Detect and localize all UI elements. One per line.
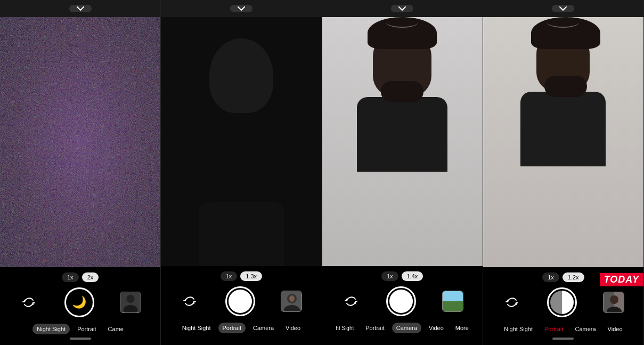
body-shape-4: [520, 92, 606, 166]
chevron-pill-4[interactable]: [552, 5, 574, 12]
shutter-inner-2: [229, 290, 252, 313]
shutter-row-1: 🌙: [4, 287, 156, 317]
zoom-1x-btn-4[interactable]: 1x: [542, 272, 559, 282]
mode-night-sight-3[interactable]: ht Sight: [331, 323, 358, 333]
rotate-btn-1[interactable]: [19, 293, 38, 312]
rotate-btn-4[interactable]: [502, 293, 521, 312]
mode-portrait-3[interactable]: Portrait: [361, 323, 388, 333]
thumbnail-2[interactable]: [281, 291, 302, 312]
zoom-1x-btn[interactable]: 1x: [62, 272, 79, 282]
zoom-13x-btn-2[interactable]: 1.3x: [240, 271, 262, 281]
rotate-camera-icon-2: [183, 295, 196, 308]
mode-camera-1[interactable]: Came: [104, 324, 128, 334]
mode-camera-3[interactable]: Camera: [392, 323, 421, 333]
head-shape-3: [373, 28, 431, 97]
rotate-camera-icon-4: [506, 296, 518, 309]
modes-row-4: Night Sight Portrait Camera Video: [487, 324, 639, 334]
modes-row-1: Night Sight Portrait Came: [4, 324, 156, 334]
svg-point-9: [610, 295, 618, 304]
camera-view-1: [0, 17, 160, 267]
shutter-row-2: [165, 286, 317, 316]
head-shape-4: [536, 28, 590, 92]
chevron-pill-2[interactable]: [230, 5, 252, 12]
chevron-pill-3[interactable]: [391, 5, 413, 12]
home-indicator-1: [70, 338, 91, 340]
camera-view-3: [322, 17, 483, 266]
necklace-3: [386, 17, 418, 28]
bottom-controls-3: 1x 1.4x ht Sight Portrait Camera: [322, 266, 483, 345]
mode-night-sight-2[interactable]: Night Sight: [178, 323, 215, 333]
mode-night-sight-1[interactable]: Night Sight: [32, 324, 70, 334]
thumb-content-3: [443, 291, 463, 311]
top-bar-2: [161, 0, 321, 17]
zoom-2x-btn[interactable]: 2x: [82, 272, 99, 282]
mode-camera-4[interactable]: Camera: [570, 324, 600, 334]
rotate-camera-icon-3: [345, 295, 357, 308]
modes-row-3: ht Sight Portrait Camera Video More: [327, 323, 478, 333]
portrait-figure-3: [322, 17, 483, 266]
shutter-inner-3: [389, 290, 413, 313]
thumb-person-svg-4: [604, 292, 624, 313]
thumb-person-svg-2: [281, 291, 302, 312]
chevron-down-icon-2: [238, 6, 245, 11]
shutter-btn-2[interactable]: [225, 286, 255, 316]
thumb-content-1: [120, 292, 141, 312]
shutter-btn-3[interactable]: [386, 286, 416, 316]
phone-panel-2: 1x 1.3x: [161, 0, 322, 345]
necklace-4: [547, 17, 579, 28]
camera-view-2: [161, 17, 321, 266]
top-bar-1: [0, 0, 160, 17]
rotate-btn-2[interactable]: [180, 292, 199, 311]
thumbnail-3[interactable]: [442, 291, 463, 312]
zoom-12x-btn-4[interactable]: 1.2x: [563, 272, 584, 282]
chevron-pill-1[interactable]: [69, 5, 92, 12]
phone-panel-3: 1x 1.4x ht Sight Portrait Camera: [322, 0, 483, 345]
beard-3: [381, 81, 423, 102]
rotate-btn-3[interactable]: [341, 292, 361, 311]
dark-body: [199, 202, 284, 266]
thumbnail-1[interactable]: [120, 292, 141, 313]
top-bar-4: [483, 0, 643, 17]
bottom-controls-1: 1x 2x 🌙: [0, 267, 160, 345]
mode-video-4[interactable]: Video: [604, 324, 627, 334]
chevron-down-icon-3: [398, 6, 406, 11]
portrait-figure-4: [483, 17, 643, 267]
mode-portrait-4[interactable]: Portrait: [540, 324, 567, 334]
spacer-2: [165, 336, 317, 342]
svg-point-6: [289, 295, 295, 302]
zoom-1x-btn-2[interactable]: 1x: [221, 271, 238, 281]
moon-icon: 🌙: [72, 295, 86, 309]
phone-panel-4: TODAY 1x 1.2x: [483, 0, 644, 345]
zoom-row-2: 1x 1.3x: [165, 271, 317, 281]
mode-camera-2[interactable]: Camera: [249, 323, 278, 333]
mode-video-2[interactable]: Video: [281, 323, 305, 333]
beard-4: [544, 76, 587, 97]
modes-row-2: Night Sight Portrait Camera Video: [165, 323, 317, 333]
rotate-camera-icon: [22, 296, 35, 309]
bottom-controls-2: 1x 1.3x: [161, 266, 321, 345]
home-indicator-4: [552, 338, 574, 340]
spacer-3: [327, 336, 478, 342]
svg-point-1: [126, 295, 134, 303]
zoom-1x-btn-3[interactable]: 1x: [381, 271, 398, 281]
zoom-row-1: 1x 2x: [4, 272, 156, 282]
camera-view-4: [483, 17, 643, 267]
shutter-inner-1: 🌙: [68, 291, 91, 314]
shutter-row-3: [327, 286, 478, 316]
mode-night-sight-4[interactable]: Night Sight: [500, 324, 537, 334]
top-bar-3: [322, 0, 483, 17]
mode-portrait-1[interactable]: Portrait: [73, 324, 100, 334]
zoom-14x-btn-3[interactable]: 1.4x: [402, 271, 423, 281]
mode-video-3[interactable]: Video: [425, 323, 448, 333]
shutter-inner-4: [550, 291, 574, 314]
thumb-person-svg: [120, 292, 141, 312]
mode-portrait-2[interactable]: Portrait: [218, 323, 246, 333]
body-shape-3: [357, 97, 447, 172]
thumbnail-4[interactable]: [603, 292, 624, 313]
shutter-btn-1[interactable]: 🌙: [64, 287, 94, 317]
chevron-down-icon-4: [559, 6, 567, 11]
shutter-btn-4[interactable]: [547, 287, 577, 317]
mode-more-3[interactable]: More: [451, 323, 473, 333]
phone-panel-1: 1x 2x 🌙: [0, 0, 161, 345]
noise-overlay: [0, 17, 160, 267]
